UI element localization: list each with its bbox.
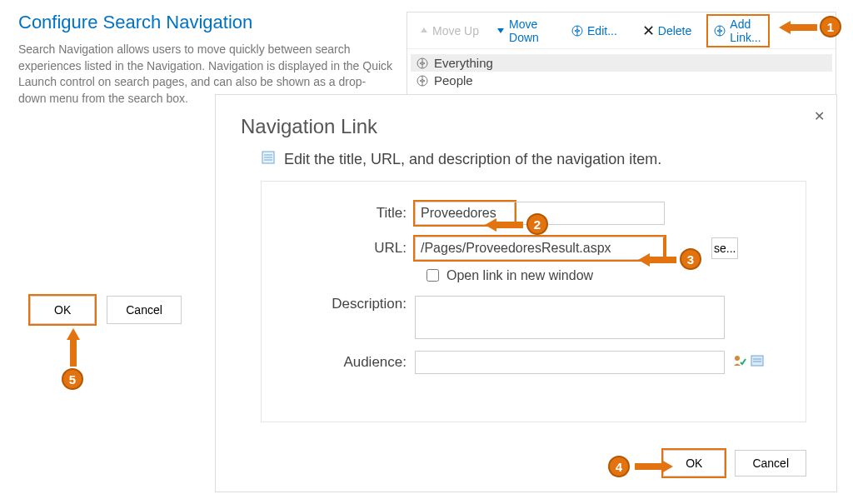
- nav-editor-pane: Move Up Move Down Edit... ✕ Delete Add L…: [407, 12, 836, 95]
- callout-arrow: [635, 458, 673, 475]
- svg-rect-13: [495, 222, 523, 228]
- svg-rect-9: [751, 356, 763, 366]
- move-down-label: Move Down: [509, 17, 546, 44]
- svg-rect-15: [635, 463, 663, 470]
- delete-button[interactable]: ✕ Delete: [634, 18, 700, 43]
- description-input[interactable]: [415, 296, 725, 339]
- link-icon: [416, 57, 429, 70]
- open-new-window-label: Open link in new window: [446, 268, 593, 283]
- audience-label: Audience:: [282, 354, 415, 371]
- edit-label: Edit...: [587, 24, 617, 37]
- delete-label: Delete: [658, 24, 691, 37]
- svg-point-8: [735, 356, 740, 361]
- move-down-button[interactable]: Move Down: [487, 14, 554, 47]
- title-label: Title:: [282, 205, 415, 222]
- nav-item-everything[interactable]: Everything: [411, 54, 832, 72]
- callout-arrow: [779, 19, 817, 36]
- callout-4: 4: [608, 456, 630, 477]
- callout-1: 1: [820, 16, 841, 37]
- callout-2: 2: [526, 213, 548, 235]
- dialog-cancel-button[interactable]: Cancel: [735, 450, 806, 477]
- link-icon: [713, 24, 726, 37]
- page-cancel-button[interactable]: Cancel: [107, 296, 182, 324]
- close-icon[interactable]: ✕: [814, 108, 825, 124]
- navigation-link-dialog: ✕ Navigation Link Edit the title, URL, a…: [215, 94, 837, 492]
- svg-rect-12: [789, 24, 817, 31]
- open-new-window-checkbox[interactable]: [426, 269, 439, 282]
- browse-button[interactable]: se...: [711, 237, 738, 259]
- link-icon: [416, 74, 429, 87]
- arrow-up-icon: [419, 26, 429, 36]
- check-names-icon[interactable]: [731, 353, 746, 372]
- callout-arrow: [638, 252, 676, 268]
- url-label: URL:: [282, 240, 415, 257]
- add-link-button[interactable]: Add Link...: [708, 16, 768, 46]
- nav-toolbar: Move Up Move Down Edit... ✕ Delete Add L…: [407, 12, 836, 49]
- dialog-instruction: Edit the title, URL, and description of …: [284, 151, 661, 168]
- add-link-label: Add Link...: [730, 17, 763, 44]
- arrow-down-icon: [496, 26, 506, 36]
- callout-arrow: [485, 217, 523, 233]
- description-label: Description:: [282, 296, 415, 312]
- page-icon: [261, 150, 276, 169]
- callout-arrow: [65, 328, 82, 367]
- nav-list: Everything People: [407, 49, 836, 94]
- nav-item-label: People: [434, 73, 473, 87]
- move-up-button[interactable]: Move Up: [411, 21, 487, 41]
- page-ok-button[interactable]: OK: [30, 296, 95, 324]
- nav-item-label: Everything: [434, 56, 493, 70]
- x-icon: ✕: [642, 22, 655, 40]
- move-up-label: Move Up: [432, 24, 479, 37]
- svg-rect-16: [70, 338, 77, 367]
- dialog-title: Navigation Link: [241, 115, 811, 138]
- audience-input[interactable]: [415, 351, 725, 374]
- page-title: Configure Search Navigation: [18, 12, 393, 33]
- url-input[interactable]: /Pages/ProveedoresResult.aspx: [415, 237, 665, 260]
- nav-item-people[interactable]: People: [411, 72, 832, 89]
- edit-button[interactable]: Edit...: [562, 21, 626, 41]
- browse-audience-icon[interactable]: [750, 353, 765, 372]
- link-icon: [571, 24, 584, 37]
- callout-3: 3: [680, 248, 701, 270]
- callout-5: 5: [62, 368, 83, 390]
- svg-rect-14: [648, 257, 676, 263]
